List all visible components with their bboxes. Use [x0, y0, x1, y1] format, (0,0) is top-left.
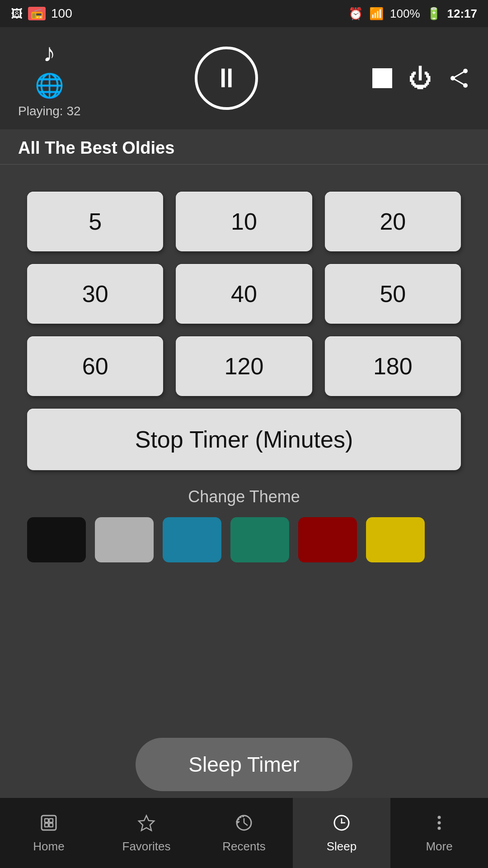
- playing-label: Playing: 32: [18, 104, 81, 118]
- svg-point-17: [341, 822, 343, 824]
- svg-line-13: [244, 823, 248, 826]
- power-button[interactable]: ⏻: [408, 65, 432, 92]
- status-right-icons: ⏰ 📶 100% 🔋 12:17: [348, 7, 477, 21]
- station-title-bar: All The Best Oldies: [0, 129, 488, 165]
- theme-swatch-gray[interactable]: [95, 517, 154, 562]
- stop-icon: [372, 68, 392, 88]
- clock-display: 12:17: [447, 7, 478, 21]
- nav-more[interactable]: More: [390, 798, 488, 868]
- timer-btn-20[interactable]: 20: [325, 192, 461, 251]
- recents-icon: [234, 813, 254, 836]
- share-button[interactable]: [448, 67, 470, 89]
- timer-btn-60[interactable]: 60: [27, 336, 163, 396]
- timer-btn-180[interactable]: 180: [325, 336, 461, 396]
- nav-recents[interactable]: Recents: [195, 798, 293, 868]
- timer-btn-5[interactable]: 5: [27, 192, 163, 251]
- status-bar: 🖼 📻 100 ⏰ 📶 100% 🔋 12:17: [0, 0, 488, 27]
- sleep-label: Sleep: [327, 840, 357, 854]
- globe-button[interactable]: 🌐: [35, 72, 64, 99]
- svg-point-18: [438, 816, 441, 819]
- signal-count: 100: [51, 6, 72, 21]
- pause-button[interactable]: ⏸: [195, 47, 258, 110]
- pause-icon: ⏸: [213, 65, 240, 92]
- sleep-timer-section: Sleep Timer: [136, 738, 352, 791]
- theme-swatch-yellow[interactable]: [366, 517, 425, 562]
- player-header: ♪ 🌐 Playing: 32 ⏸ ⏻: [0, 27, 488, 129]
- station-name: All The Best Oldies: [18, 138, 174, 157]
- more-label: More: [426, 840, 452, 854]
- status-left-icons: 🖼 📻 100: [11, 6, 72, 21]
- timer-grid: 5 10 20 30 40 50 60 120 180: [27, 192, 461, 396]
- home-icon: [39, 813, 59, 836]
- main-content: 5 10 20 30 40 50 60 120 180 Stop Timer (…: [0, 165, 488, 576]
- theme-color-swatches: [27, 517, 461, 562]
- music-note-button[interactable]: ♪: [43, 38, 56, 67]
- home-label: Home: [33, 840, 64, 854]
- theme-swatch-teal-green[interactable]: [230, 517, 289, 562]
- pause-button-container: ⏸: [195, 47, 258, 110]
- battery-icon: 🔋: [427, 7, 441, 21]
- svg-marker-10: [139, 816, 154, 830]
- bottom-nav: Home Favorites Recents: [0, 798, 488, 868]
- svg-point-19: [438, 821, 441, 824]
- svg-rect-9: [49, 823, 53, 827]
- svg-point-20: [438, 826, 441, 830]
- player-right-controls: ⏻: [372, 65, 470, 92]
- player-left-controls: ♪ 🌐 Playing: 32: [18, 38, 81, 118]
- timer-btn-10[interactable]: 10: [176, 192, 312, 251]
- favorites-icon: [136, 813, 156, 836]
- theme-section: Change Theme: [27, 487, 461, 562]
- theme-swatch-red[interactable]: [298, 517, 357, 562]
- timer-btn-40[interactable]: 40: [176, 264, 312, 324]
- wifi-icon: 📶: [369, 7, 384, 21]
- theme-swatch-black[interactable]: [27, 517, 86, 562]
- alarm-icon: ⏰: [348, 7, 363, 21]
- sleep-icon: [332, 813, 352, 836]
- svg-rect-7: [49, 819, 53, 822]
- radio-icon: 📻: [28, 7, 46, 20]
- sleep-timer-button[interactable]: Sleep Timer: [136, 738, 352, 791]
- timer-btn-120[interactable]: 120: [176, 336, 312, 396]
- svg-rect-6: [45, 819, 48, 822]
- photo-icon: 🖼: [11, 7, 23, 21]
- timer-btn-50[interactable]: 50: [325, 264, 461, 324]
- nav-home[interactable]: Home: [0, 798, 98, 868]
- theme-label: Change Theme: [188, 487, 300, 506]
- stop-button[interactable]: [372, 68, 392, 88]
- svg-rect-5: [42, 816, 56, 830]
- nav-favorites[interactable]: Favorites: [98, 798, 195, 868]
- svg-line-4: [453, 78, 465, 85]
- timer-btn-30[interactable]: 30: [27, 264, 163, 324]
- favorites-label: Favorites: [122, 840, 171, 854]
- theme-swatch-teal-blue[interactable]: [163, 517, 221, 562]
- more-icon: [429, 813, 449, 836]
- svg-rect-8: [45, 823, 48, 827]
- battery-label: 100%: [390, 7, 420, 21]
- nav-sleep[interactable]: Sleep: [293, 798, 390, 868]
- stop-timer-button[interactable]: Stop Timer (Minutes): [27, 409, 461, 470]
- recents-label: Recents: [222, 840, 265, 854]
- svg-line-3: [453, 71, 465, 78]
